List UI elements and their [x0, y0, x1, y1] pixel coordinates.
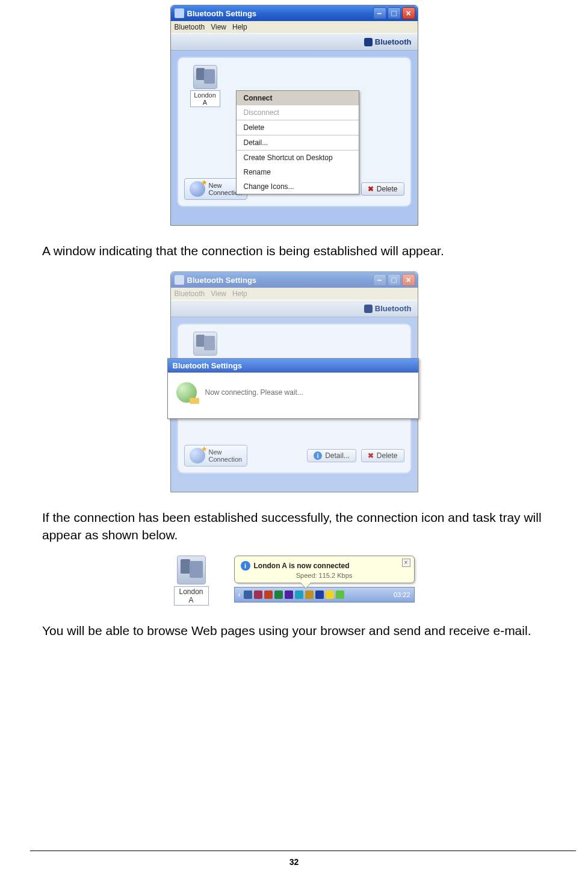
minimize-button: –	[373, 274, 386, 286]
new-connection-icon	[190, 181, 205, 197]
bluetooth-icon	[364, 38, 373, 46]
dialog-message: Now connecting. Please wait...	[205, 388, 303, 397]
device-icon	[193, 332, 217, 356]
figure-connecting: Bluetooth Settings – □ × Bluetooth View …	[42, 271, 546, 492]
info-icon: i	[314, 451, 322, 460]
tray-icon[interactable]	[244, 590, 252, 599]
ctx-change-icons[interactable]: Change Icons...	[237, 179, 359, 194]
ctx-shortcut[interactable]: Create Shortcut on Desktop	[237, 150, 359, 165]
app-icon	[175, 275, 184, 285]
paragraph-3: You will be able to browse Web pages usi…	[42, 622, 546, 639]
devices-panel: Bluetooth Settings Now connecting. Pleas…	[177, 323, 412, 474]
delete-button[interactable]: ✖Delete	[361, 182, 404, 196]
dialog-title: Bluetooth Settings	[168, 359, 418, 373]
balloon-close-button[interactable]: ×	[402, 559, 410, 567]
device-item	[190, 332, 220, 356]
titlebar: Bluetooth Settings – □ ×	[171, 272, 418, 288]
delete-icon: ✖	[368, 451, 374, 460]
menu-view[interactable]: View	[211, 23, 226, 31]
connected-device: London A	[174, 556, 209, 606]
delete-label: Delete	[377, 451, 398, 460]
device-label: London A	[190, 90, 220, 107]
bluetooth-icon	[364, 305, 373, 313]
close-button[interactable]: ×	[402, 7, 415, 19]
paragraph-2: If the connection has been established s…	[42, 509, 546, 544]
tray-icon[interactable]	[285, 590, 293, 599]
new-connection-icon	[190, 448, 205, 463]
delete-label: Delete	[377, 185, 398, 193]
tray-icon[interactable]	[254, 590, 262, 599]
new-connection-button[interactable]: New Connection	[184, 445, 248, 466]
tray-icon[interactable]	[326, 590, 334, 599]
detail-label: Detail...	[325, 451, 350, 460]
tray-icon[interactable]	[274, 590, 283, 599]
device-icon	[193, 65, 217, 89]
bluetooth-settings-window: Bluetooth Settings – □ × Bluetooth View …	[170, 5, 418, 226]
devices-panel: London A Connect Disconnect Delete Detai…	[177, 57, 412, 207]
page-number: 32	[0, 857, 588, 867]
window-title: Bluetooth Settings	[187, 9, 257, 18]
tray-expand-icon[interactable]: ‹	[238, 590, 241, 599]
maximize-button[interactable]: □	[388, 7, 401, 19]
detail-button[interactable]: iDetail...	[307, 449, 356, 462]
delete-button[interactable]: ✖Delete	[361, 449, 404, 462]
menu-help[interactable]: Help	[232, 23, 247, 31]
figure-context-menu: Bluetooth Settings – □ × Bluetooth View …	[42, 5, 546, 226]
ctx-detail[interactable]: Detail...	[237, 135, 359, 150]
menu-bluetooth: Bluetooth	[175, 290, 205, 298]
menu-bluetooth[interactable]: Bluetooth	[175, 23, 205, 31]
brand-label: Bluetooth	[375, 37, 412, 46]
tray-icon[interactable]	[315, 590, 324, 599]
menu-view: View	[211, 290, 226, 298]
tray-icon[interactable]	[336, 590, 344, 599]
menu-bar: Bluetooth View Help	[171, 288, 418, 300]
brand-label: Bluetooth	[375, 304, 412, 313]
figure-tray: London A i London A is now connected × S…	[42, 556, 546, 606]
new-connection-label: New Connection	[209, 448, 243, 463]
delete-icon: ✖	[368, 185, 374, 193]
paragraph-1: A window indicating that the connection …	[42, 243, 546, 259]
brand-bar: Bluetooth	[171, 300, 418, 317]
connecting-dialog: Bluetooth Settings Now connecting. Pleas…	[167, 358, 419, 419]
device-label: London A	[174, 586, 209, 606]
tray-clock: 03:22	[394, 591, 410, 598]
menu-help: Help	[232, 290, 247, 298]
tray-icon[interactable]	[305, 590, 314, 599]
ctx-connect[interactable]: Connect	[237, 91, 359, 105]
tray-icon[interactable]	[295, 590, 303, 599]
brand-bar: Bluetooth	[171, 34, 418, 51]
window-title: Bluetooth Settings	[187, 276, 257, 285]
bluetooth-settings-window-disabled: Bluetooth Settings – □ × Bluetooth View …	[170, 271, 418, 492]
info-icon: i	[241, 561, 250, 571]
context-menu: Connect Disconnect Delete Detail... Crea…	[236, 90, 359, 194]
tray-icon[interactable]	[264, 590, 273, 599]
minimize-button[interactable]: –	[373, 7, 386, 19]
device-icon	[177, 556, 206, 584]
titlebar: Bluetooth Settings – □ ×	[171, 5, 418, 21]
ctx-delete[interactable]: Delete	[237, 120, 359, 135]
device-item[interactable]: London A	[190, 65, 220, 107]
notification-balloon: i London A is now connected × Speed: 115…	[234, 556, 415, 583]
footer-rule	[30, 851, 576, 851]
connecting-icon	[176, 382, 197, 403]
close-button: ×	[402, 274, 415, 286]
balloon-speed: Speed: 115.2 Kbps	[241, 572, 408, 579]
ctx-rename[interactable]: Rename	[237, 165, 359, 179]
maximize-button: □	[388, 274, 401, 286]
balloon-title: London A is now connected	[254, 562, 350, 570]
system-tray: ‹ 03:22	[234, 587, 415, 603]
app-icon	[175, 8, 184, 18]
ctx-disconnect: Disconnect	[237, 105, 359, 120]
menu-bar: Bluetooth View Help	[171, 21, 418, 34]
